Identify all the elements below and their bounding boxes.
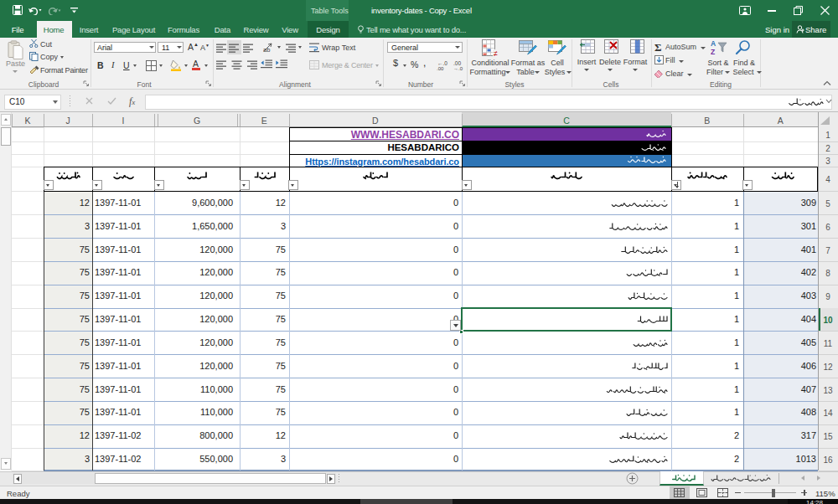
svg-text:A: A <box>711 39 716 48</box>
svg-text:←.0: ←.0 <box>437 60 447 66</box>
svg-text:.00: .00 <box>437 66 444 70</box>
svg-text:ab: ab <box>263 46 270 53</box>
svg-text:.00: .00 <box>453 60 461 66</box>
svg-text:≠: ≠ <box>494 49 498 58</box>
svg-text:Z: Z <box>711 48 715 55</box>
svg-text:→.0: →.0 <box>453 66 463 70</box>
